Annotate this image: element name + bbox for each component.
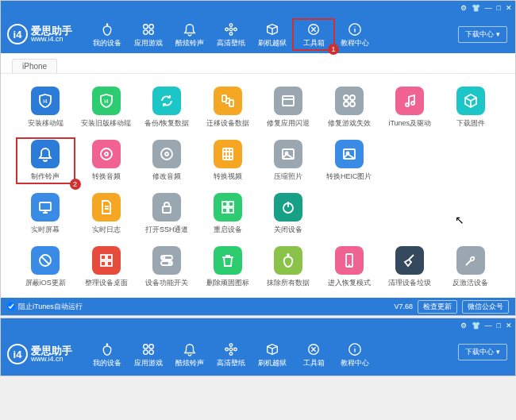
tool-film[interactable]: 转换视频	[199, 138, 257, 183]
info-icon	[334, 341, 375, 358]
nav-tools[interactable]: 工具箱	[293, 339, 334, 370]
tools-icon	[293, 341, 334, 358]
close-button[interactable]: ✕	[506, 4, 512, 12]
tool-phone[interactable]: 进入恢复模式	[321, 245, 379, 290]
tools-grid: 安装移动端安装旧版移动端备份/恢复数据迁移设备数据修复应用闪退修复游戏失效iTu…	[1, 74, 515, 298]
brand-url: www.i4.cn	[31, 36, 72, 43]
info-icon	[334, 21, 375, 38]
download-center-button[interactable]: 下载中心 ▾	[458, 26, 507, 43]
nav-label: 我的设备	[87, 358, 128, 368]
nav-wallpaper[interactable]: 高清壁纸	[210, 339, 252, 370]
tool-lock[interactable]: 打开SSH通道	[138, 191, 196, 237]
download-center-button[interactable]: 下载中心 ▾	[458, 344, 507, 360]
tool-grid4[interactable]: 重启设备	[199, 191, 257, 237]
tool-image[interactable]: 转换HEIC图片	[321, 138, 379, 183]
tool-label: 转换视频	[201, 171, 256, 182]
maximize-button[interactable]: □	[497, 4, 501, 12]
tool-label: 安装旧版移动端	[79, 118, 134, 129]
nav-tutorial[interactable]: 教程中心	[334, 19, 375, 50]
nav-tools[interactable]: 工具箱1	[293, 19, 334, 50]
tool-transfer[interactable]: 迁移设备数据	[199, 85, 257, 130]
tool-broom[interactable]: 清理设备垃圾	[381, 245, 439, 290]
tab-iphone[interactable]: iPhone	[12, 59, 57, 73]
secondary-window: ⚙ 👕 — □ ✕ i4 爱思助手 www.i4.cn 我的设备应用游戏酷炫铃声…	[0, 318, 516, 376]
block-itunes-input[interactable]	[7, 302, 15, 310]
tool-apple[interactable]: 抹除所有数据	[260, 245, 318, 290]
shield-i4-icon	[31, 87, 60, 115]
tool-label: 抹除所有数据	[261, 278, 316, 288]
nav-jailbreak[interactable]: 刷机越狱	[252, 19, 293, 50]
tool-shield-i4[interactable]: 安装移动端	[17, 85, 75, 130]
bell-icon	[169, 21, 210, 38]
grid4-icon	[92, 246, 121, 275]
tool-disc[interactable]: 修改音频	[138, 138, 196, 183]
header-2: i4 爱思助手 www.i4.cn 我的设备应用游戏酷炫铃声高清壁纸刷机越狱工具…	[1, 333, 515, 376]
nav-device[interactable]: 我的设备	[87, 19, 128, 50]
minimize-button[interactable]: —	[485, 4, 492, 12]
tool-doc[interactable]: 实时日志	[78, 191, 136, 237]
tool-label: 进入恢复模式	[322, 278, 377, 288]
tool-label: 制作铃声	[18, 171, 73, 182]
brand-url: www.i4.cn	[31, 356, 72, 363]
flower-icon	[210, 21, 252, 38]
nav-label: 工具箱	[293, 358, 334, 368]
tool-shield-i4[interactable]: 安装旧版移动端	[78, 85, 136, 130]
tool-image[interactable]: 压缩照片	[260, 138, 318, 183]
tool-label: 转换音频	[79, 171, 134, 182]
tool-note[interactable]: iTunes及驱动	[381, 85, 439, 130]
tool-toggles[interactable]: 设备功能开关	[138, 245, 196, 290]
tool-window[interactable]: 修复应用闪退	[260, 85, 318, 130]
nav-label: 教程中心	[334, 38, 375, 48]
box-icon	[252, 341, 293, 358]
skin-icon[interactable]: 👕	[472, 4, 480, 12]
tool-bell[interactable]: 制作铃声2	[17, 138, 75, 183]
bell-icon	[31, 140, 60, 168]
tool-label: 设备功能开关	[140, 278, 194, 288]
nav-ringtone[interactable]: 酷炫铃声	[169, 19, 210, 50]
nav-jailbreak[interactable]: 刷机越狱	[252, 339, 293, 370]
tool-cube[interactable]: 下载固件	[442, 85, 500, 130]
tool-noupdate[interactable]: 屏蔽iOS更新	[17, 245, 75, 290]
logo-icon: i4	[7, 24, 28, 44]
tool-grid4[interactable]: 整理设备桌面	[78, 245, 136, 290]
tool-refresh[interactable]: 备份/恢复数据	[138, 85, 196, 130]
settings-icon[interactable]: ⚙	[460, 322, 467, 329]
doc-icon	[92, 193, 121, 222]
power-icon	[274, 193, 302, 222]
nav-apps[interactable]: 应用游戏	[128, 19, 169, 50]
block-itunes-label: 阻止iTunes自动运行	[18, 302, 83, 312]
settings-icon[interactable]: ⚙	[460, 4, 467, 12]
tools-icon	[293, 21, 334, 38]
nav-wallpaper[interactable]: 高清壁纸	[210, 19, 252, 50]
nav-device[interactable]: 我的设备	[87, 339, 128, 370]
tool-label: 屏蔽iOS更新	[18, 278, 73, 288]
tool-monitor[interactable]: 实时屏幕	[17, 191, 75, 237]
tool-label: 修复应用闪退	[261, 118, 316, 129]
tool-label: 修改音频	[140, 171, 194, 182]
tool-power[interactable]: 关闭设备	[260, 191, 318, 237]
minimize-button[interactable]: —	[485, 322, 492, 329]
nav-label: 高清壁纸	[210, 358, 252, 368]
image-icon	[274, 140, 302, 168]
nav-tutorial[interactable]: 教程中心	[334, 339, 375, 370]
tool-wrench[interactable]: 反激活设备	[442, 245, 500, 290]
block-itunes-checkbox[interactable]: 阻止iTunes自动运行	[7, 302, 83, 312]
wechat-button[interactable]: 微信公众号	[462, 300, 509, 314]
device-tabs: iPhone	[1, 53, 515, 74]
tool-disc[interactable]: 转换音频	[78, 138, 136, 183]
tool-label: 打开SSH通道	[140, 225, 194, 235]
tool-apps[interactable]: 修复游戏失效	[321, 85, 379, 130]
nav-ringtone[interactable]: 酷炫铃声	[169, 339, 210, 370]
check-update-button[interactable]: 检查更新	[418, 300, 457, 314]
tool-label: 安装移动端	[18, 118, 73, 129]
maximize-button[interactable]: □	[497, 322, 501, 329]
tool-trash[interactable]: 删除顽固图标	[199, 245, 257, 290]
header: i4 爱思助手 www.i4.cn 我的设备应用游戏酷炫铃声高清壁纸刷机越狱工具…	[1, 15, 515, 53]
skin-icon[interactable]: 👕	[472, 322, 480, 329]
close-button[interactable]: ✕	[506, 322, 512, 329]
nav-label: 酷炫铃声	[169, 38, 210, 48]
apps-icon	[335, 87, 364, 115]
nav-apps[interactable]: 应用游戏	[128, 339, 169, 370]
apple-icon	[274, 246, 302, 275]
disc-icon	[152, 140, 181, 168]
